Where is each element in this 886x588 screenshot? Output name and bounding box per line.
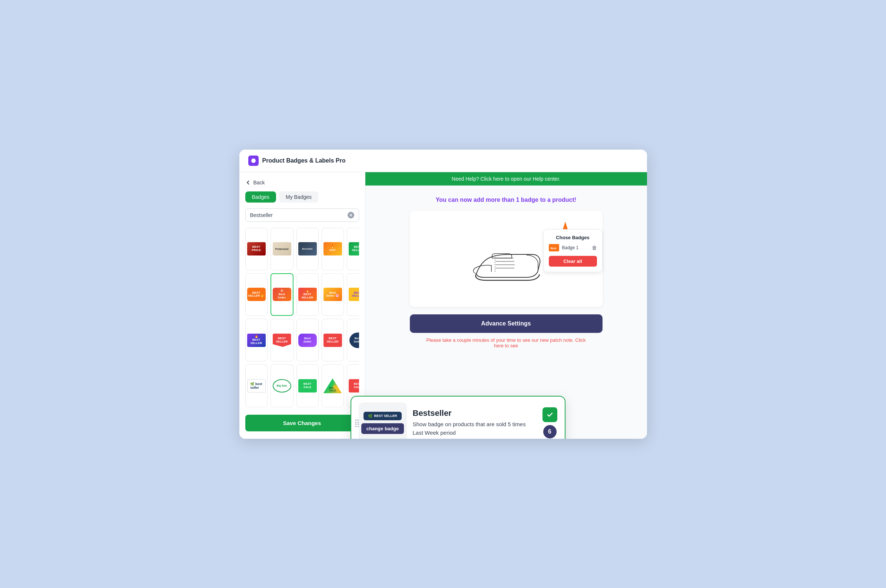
app-title: Product Badges & Labels Pro <box>262 158 346 164</box>
svg-text:Best: Best <box>551 247 557 250</box>
advance-settings-button[interactable]: Advance Settings <box>410 314 603 333</box>
badge-item[interactable]: BESTSELLER 🖐 <box>245 273 268 316</box>
badge-item[interactable]: BIGSALE <box>322 364 344 407</box>
badge-item[interactable]: BestSeller <box>347 319 359 362</box>
shoe-preview <box>465 229 547 288</box>
badge-item[interactable]: 🔥BESTSELLER <box>296 273 319 316</box>
chose-badges-panel: Chose Badges Best Badge 1 🗑 Clear all <box>543 229 603 272</box>
badge-row: Best Badge 1 🗑 <box>549 244 597 251</box>
badge-item[interactable]: BESTPRICE <box>245 228 268 270</box>
badge-item[interactable]: BESTSALE <box>296 364 319 407</box>
app-header: Product Badges & Labels Pro <box>239 150 647 172</box>
card-check-icon[interactable] <box>543 407 557 422</box>
back-label: Back <box>253 180 265 186</box>
badge1-label: Badge 1 <box>562 245 589 250</box>
card-badge-preview: ⣿ 🌿 BEST SELLER change badge <box>359 402 407 439</box>
app-container: Product Badges & Labels Pro Back Badges … <box>239 150 647 439</box>
card-title: Bestseller <box>413 408 537 418</box>
tab-badges[interactable]: Badges <box>245 191 276 202</box>
save-changes-button[interactable]: Save Changes <box>245 415 359 431</box>
search-bar <box>245 208 359 222</box>
promo-text: You can now add more than 1 badge to a p… <box>436 196 576 203</box>
badge-delete-button[interactable]: 🗑 <box>592 245 597 250</box>
chose-badges-title: Chose Badges <box>549 235 597 240</box>
badge-item[interactable]: BESTSELLER <box>347 228 359 270</box>
badge-item[interactable]: 🔥HOT <box>322 228 344 270</box>
card-badge-image: 🌿 BEST SELLER <box>364 412 401 420</box>
back-button[interactable]: Back <box>245 180 359 186</box>
badge-thumb: Best <box>549 244 559 251</box>
badge-item[interactable]: BESTSELLER <box>347 273 359 316</box>
sidebar: Back Badges My Badges BESTPRICE Polarize… <box>239 172 366 439</box>
badge-item[interactable]: BESTSELLER <box>322 319 344 362</box>
badge-item[interactable]: BestSeller 🌸 <box>322 273 344 316</box>
badge-item[interactable]: BestSeller <box>296 319 319 362</box>
tab-my-badges[interactable]: My Badges <box>279 191 318 202</box>
card-info: Bestseller Show badge on products that a… <box>413 408 537 437</box>
floating-card: ⣿ 🌿 BEST SELLER change badge Bestseller … <box>350 396 566 439</box>
badge-item[interactable]: Polarized <box>271 228 293 270</box>
badge-item[interactable]: 🔥BESTSELLER <box>245 319 268 362</box>
search-clear-button[interactable] <box>347 212 354 219</box>
patch-note: Please take a couple minutes of your tim… <box>425 338 588 348</box>
card-actions: 6 <box>543 407 557 438</box>
tab-group: Badges My Badges <box>245 191 359 202</box>
badge-item[interactable]: Big Sale <box>271 364 293 407</box>
svg-point-0 <box>251 159 256 163</box>
card-description: Show badge on products that are sold 5 t… <box>413 420 537 437</box>
clear-all-button[interactable]: Clear all <box>549 256 597 267</box>
change-badge-button[interactable]: change badge <box>361 423 404 434</box>
search-input[interactable] <box>250 212 347 218</box>
badges-grid: BESTPRICE Polarized Bestseller 🔥HOT BEST… <box>245 228 359 407</box>
app-logo-icon <box>248 156 259 166</box>
badge-item[interactable]: ①BestSeller <box>271 273 293 316</box>
badge-item[interactable]: Bestseller <box>296 228 319 270</box>
card-count-badge: 6 <box>543 425 557 438</box>
badge-item[interactable]: BESTSELLER <box>271 319 293 362</box>
badge-item[interactable]: 🌿 bestseller <box>245 364 268 407</box>
help-banner[interactable]: Need Help? Click here to open our Help c… <box>366 172 647 186</box>
